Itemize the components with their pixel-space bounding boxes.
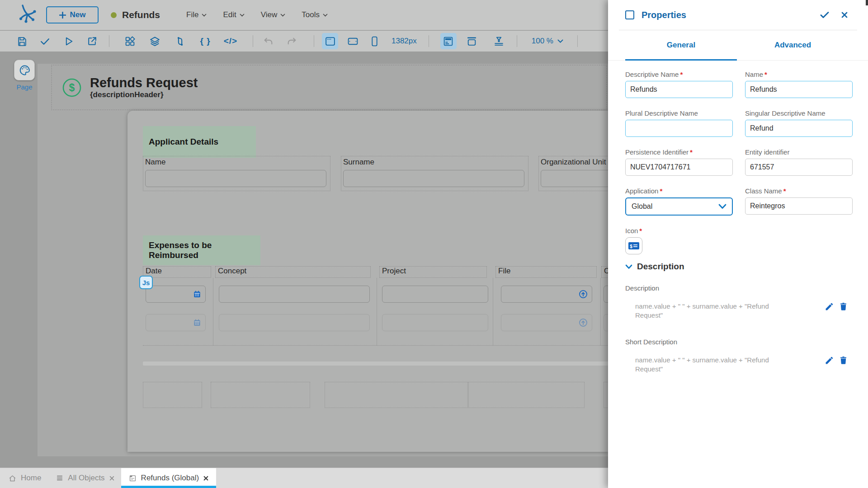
close-panel-button[interactable] bbox=[840, 10, 849, 19]
table-header-project[interactable]: Project bbox=[379, 266, 487, 278]
class-name-input[interactable] bbox=[745, 197, 853, 215]
required-marker: * bbox=[690, 148, 693, 156]
delete-trash-icon[interactable] bbox=[839, 302, 848, 311]
mobile-view-button[interactable] bbox=[366, 33, 382, 49]
table-row bbox=[143, 286, 608, 303]
entity-identifier-input[interactable] bbox=[745, 159, 853, 176]
table-header-cut[interactable]: C bbox=[601, 266, 608, 278]
components-blocks-button[interactable] bbox=[122, 33, 138, 49]
menu-file[interactable]: File bbox=[183, 8, 210, 22]
applicant-details-section-title[interactable]: Applicant Details bbox=[143, 126, 256, 158]
project-input[interactable] bbox=[382, 286, 488, 303]
surname-input[interactable] bbox=[343, 170, 524, 187]
source-code-button[interactable]: </> bbox=[222, 33, 239, 49]
header-bar-button[interactable] bbox=[464, 33, 480, 49]
toolbar: { } </> 1382px bbox=[0, 31, 608, 52]
table-row-disabled bbox=[143, 314, 608, 331]
plural-descriptive-name-field: Plural Descriptive Name bbox=[625, 109, 733, 137]
properties-checkbox[interactable] bbox=[625, 10, 634, 19]
tab-home[interactable]: Home bbox=[8, 474, 41, 483]
date-input[interactable] bbox=[146, 286, 206, 303]
footer-filter-button[interactable] bbox=[491, 33, 507, 49]
layers-button[interactable] bbox=[146, 33, 163, 49]
app-logo-icon[interactable] bbox=[15, 4, 38, 26]
new-button[interactable]: New bbox=[46, 6, 99, 23]
persistence-identifier-input[interactable] bbox=[625, 159, 733, 176]
save-button[interactable] bbox=[14, 33, 30, 49]
expenses-table-body bbox=[143, 278, 608, 346]
tab-general[interactable]: General bbox=[625, 30, 737, 60]
table-header-date[interactable]: Date bbox=[143, 266, 211, 278]
project-input[interactable] bbox=[382, 314, 488, 331]
properties-panel-header: Properties bbox=[608, 0, 868, 30]
placeholder-cell[interactable] bbox=[143, 382, 202, 408]
tab-advanced[interactable]: Advanced bbox=[737, 30, 849, 60]
field-cell-organizational-unit[interactable]: Organizational Unit bbox=[538, 156, 608, 191]
field-cell-name[interactable]: Name bbox=[143, 156, 330, 191]
edit-pencil-icon[interactable] bbox=[825, 356, 834, 365]
undo-button[interactable] bbox=[260, 33, 276, 49]
form-header-element[interactable]: $ Refunds Request {descriptionHeader} bbox=[51, 65, 607, 110]
flow-connector-button[interactable] bbox=[172, 33, 188, 49]
application-select[interactable]: Global bbox=[625, 197, 733, 216]
code-icon: </> bbox=[224, 36, 237, 46]
placeholder-cell[interactable] bbox=[468, 382, 585, 408]
money-circle-icon: $ bbox=[62, 78, 82, 98]
calendar-icon bbox=[193, 318, 202, 327]
description-expression-row: name.value + " " + surname.value + "Refu… bbox=[625, 302, 848, 320]
application-label: Application bbox=[625, 187, 658, 195]
placeholder-cell[interactable] bbox=[325, 382, 468, 408]
edit-pencil-icon[interactable] bbox=[825, 302, 834, 311]
bottom-tab-bar: Home All Objects Refunds (Global) bbox=[0, 468, 608, 488]
file-upload-input[interactable] bbox=[501, 286, 592, 303]
table-header-concept[interactable]: Concept bbox=[215, 266, 371, 278]
cut-off-input[interactable] bbox=[604, 286, 608, 303]
application-window: New Refunds File Edit View Tools bbox=[0, 0, 868, 488]
placeholder-cell[interactable] bbox=[211, 382, 310, 408]
plural-descriptive-name-input[interactable] bbox=[625, 120, 733, 137]
placeholder-cell[interactable] bbox=[604, 382, 608, 408]
concept-input[interactable] bbox=[219, 286, 370, 303]
braces-icon: { } bbox=[200, 36, 210, 46]
singular-descriptive-name-input[interactable] bbox=[745, 120, 853, 137]
tab-all-objects[interactable]: All Objects bbox=[56, 474, 114, 483]
description-section-toggle[interactable]: Description bbox=[625, 262, 848, 272]
cut-off-input[interactable] bbox=[604, 314, 608, 331]
singular-descriptive-name-label: Singular Descriptive Name bbox=[745, 109, 826, 117]
export-button[interactable] bbox=[84, 33, 100, 49]
icon-picker-button[interactable]: $ bbox=[625, 237, 642, 254]
apply-check-button[interactable] bbox=[819, 9, 830, 20]
name-input[interactable] bbox=[745, 81, 853, 98]
validate-check-button[interactable] bbox=[37, 33, 53, 49]
zoom-level-value: 100 % bbox=[532, 37, 553, 46]
menu-tools[interactable]: Tools bbox=[298, 8, 331, 22]
close-icon[interactable] bbox=[109, 475, 115, 481]
name-label: Name bbox=[745, 70, 763, 78]
field-cell-surname[interactable]: Surname bbox=[341, 156, 528, 191]
form-title: Refunds Request bbox=[90, 75, 198, 90]
file-upload-input[interactable] bbox=[501, 314, 592, 331]
tab-refunds-global[interactable]: Refunds (Global) bbox=[121, 468, 217, 488]
name-input[interactable] bbox=[145, 170, 326, 187]
menu-view[interactable]: View bbox=[257, 8, 289, 22]
page-layout-button[interactable] bbox=[440, 33, 457, 49]
redo-button[interactable] bbox=[283, 33, 300, 49]
table-header-file[interactable]: File bbox=[495, 266, 597, 278]
zoom-control[interactable]: 100 % bbox=[532, 37, 563, 46]
descriptive-name-input[interactable] bbox=[625, 81, 733, 98]
date-input[interactable] bbox=[146, 314, 206, 331]
menu-edit[interactable]: Edit bbox=[219, 8, 248, 22]
tablet-view-button[interactable] bbox=[344, 33, 361, 49]
js-script-badge[interactable]: Js bbox=[139, 276, 153, 289]
braces-script-button[interactable]: { } bbox=[197, 33, 213, 49]
page-palette-button[interactable] bbox=[14, 60, 35, 80]
organizational-unit-input[interactable] bbox=[541, 170, 608, 187]
delete-trash-icon[interactable] bbox=[839, 356, 848, 365]
toolbar-divider bbox=[253, 35, 253, 47]
expenses-section-title[interactable]: Expenses to be Reimbursed bbox=[143, 235, 260, 265]
close-icon[interactable] bbox=[203, 475, 209, 481]
desktop-view-button[interactable] bbox=[322, 33, 338, 49]
toolbar-divider bbox=[109, 35, 109, 47]
concept-input[interactable] bbox=[219, 314, 370, 331]
run-preview-button[interactable] bbox=[60, 33, 76, 49]
